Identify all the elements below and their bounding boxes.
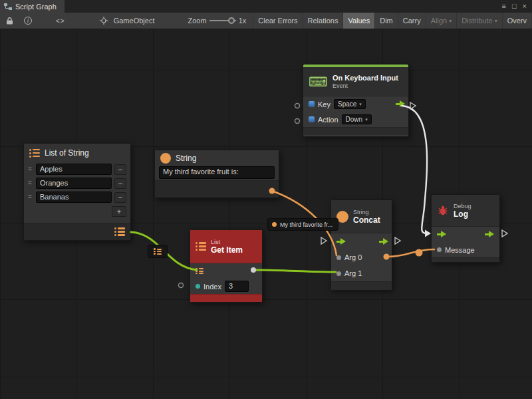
node-subtitle: Event [332,82,398,90]
key-row: Key Space ▾ [303,96,408,112]
string-value-field[interactable]: My third favorite fruit is: [159,166,275,179]
chevron-down-icon: ▾ [359,102,362,107]
flow-triangle-icon [321,237,327,244]
lock-icon[interactable] [3,14,16,27]
node-header: String Concat [331,200,392,233]
node-list-of-string[interactable]: List of String = Apples − = Oranges − = … [23,143,131,241]
index-label: Index [203,283,221,291]
add-item-button[interactable]: + [112,206,126,217]
overview-button[interactable]: Overv [503,13,532,29]
node-footer [24,223,130,240]
list-output-port[interactable] [114,227,125,236]
drag-handle-icon[interactable]: = [28,180,33,187]
key-dropdown[interactable]: Space ▾ [334,99,366,109]
dim-button[interactable]: Dim [375,13,398,29]
add-item-row: + [24,204,130,219]
wire-arrowhead [425,230,431,237]
wire-string-value-badge: My third favorite fr... [267,218,338,231]
key-type-icon [309,101,315,107]
string-value-dot [272,222,277,227]
arg0-row: Arg 0 [331,249,392,265]
info-icon[interactable]: i [21,14,35,27]
node-footer [190,294,262,302]
window-menu-icon[interactable]: ≡ [501,3,505,10]
action-dropdown[interactable]: Down ▾ [342,114,372,124]
remove-item-button[interactable]: − [114,164,126,175]
relations-button[interactable]: Relations [303,13,344,29]
node-on-keyboard-input[interactable]: ⌨ On Keyboard Input Event Key Space ▾ Ac… [303,64,409,137]
node-header: List of String [24,144,130,162]
list-item-field[interactable]: Oranges [36,178,112,189]
list-input-port[interactable] [196,268,203,275]
node-title: String [176,154,196,163]
node-header: String [155,150,279,166]
action-row: Action Down ▾ [303,112,408,127]
control-output-port[interactable] [396,100,405,108]
drag-handle-icon[interactable]: = [28,194,33,201]
chevron-down-icon: ▾ [449,18,452,24]
node-header: List Get Item [190,230,262,263]
node-category: Debug [454,203,471,210]
control-input-port[interactable] [336,238,346,245]
wire-list-value-badge [148,245,168,258]
list-item-field[interactable]: Apples [36,164,112,175]
list-item: = Apples − [24,162,130,176]
node-concat[interactable]: String Concat Arg 0 Arg 1 [331,200,392,289]
window-controls: ≡ □ × [501,0,532,13]
tab-script-graph[interactable]: Script Graph [0,0,65,13]
graph-canvas[interactable]: ⌨ On Keyboard Input Event Key Space ▾ Ac… [0,29,532,399]
list-item-field[interactable]: Bananas [36,192,112,203]
list-icon [29,149,40,158]
message-input-port[interactable] [437,247,442,252]
message-label: Message [445,246,475,254]
remove-item-button[interactable]: − [114,178,126,189]
wire-concat-to-log [388,249,434,257]
values-button[interactable]: Values [343,13,375,29]
chevron-down-icon: ▾ [365,117,368,122]
control-row [331,233,392,249]
control-output-port[interactable] [485,231,494,238]
align-button[interactable]: Align ▾ [426,13,457,29]
zoom-slider-knob[interactable] [228,17,235,24]
clear-errors-button[interactable]: Clear Errors [253,13,303,29]
node-footer [331,281,392,290]
node-get-item[interactable]: List Get Item Index 3 [190,229,263,303]
node-title: Concat [353,216,380,225]
arg1-input-port[interactable] [336,271,341,276]
close-icon[interactable]: × [523,3,527,10]
index-field[interactable]: 3 [225,281,249,292]
zoom-value: 1x [239,17,247,25]
arg0-input-port[interactable] [336,255,341,260]
node-footer [303,127,408,135]
zoom-slider[interactable] [209,17,236,25]
toolbar-buttons: Clear Errors Relations Values Dim Carry … [253,13,532,29]
string-value-text: My third favorite fr... [280,221,332,228]
keyboard-icon: ⌨ [309,75,328,88]
remove-item-button[interactable]: − [114,192,126,203]
flow-triangle-icon [502,230,507,237]
node-footer [432,257,499,262]
action-label: Action [318,116,338,124]
index-input-port[interactable] [196,284,200,289]
message-row: Message [432,242,499,257]
carry-button[interactable]: Carry [398,13,426,29]
list-item: = Oranges − [24,176,130,190]
gameobject-target-label[interactable]: GameObject [114,17,155,25]
index-row: Index 3 [190,279,262,294]
control-output-port[interactable] [379,238,388,245]
unconnected-port-indicator [295,104,300,108]
key-label: Key [318,100,331,108]
bug-icon [437,205,449,216]
node-header: Debug Log [432,195,499,227]
maximize-icon[interactable]: □ [512,3,517,10]
control-input-port[interactable] [437,231,446,238]
node-title: List of String [45,149,89,158]
script-graph-window: Script Graph ≡ □ × i <> [0,0,532,399]
distribute-button[interactable]: Distribute ▾ [457,13,502,29]
drag-handle-icon[interactable]: = [28,166,33,173]
arg0-label: Arg 0 [344,253,362,261]
node-string-literal[interactable]: String My third favorite fruit is: [154,150,279,198]
node-debug-log[interactable]: Debug Log Message [431,194,500,263]
graph-tab-icon [4,3,12,10]
code-icon[interactable]: <> [53,14,68,27]
